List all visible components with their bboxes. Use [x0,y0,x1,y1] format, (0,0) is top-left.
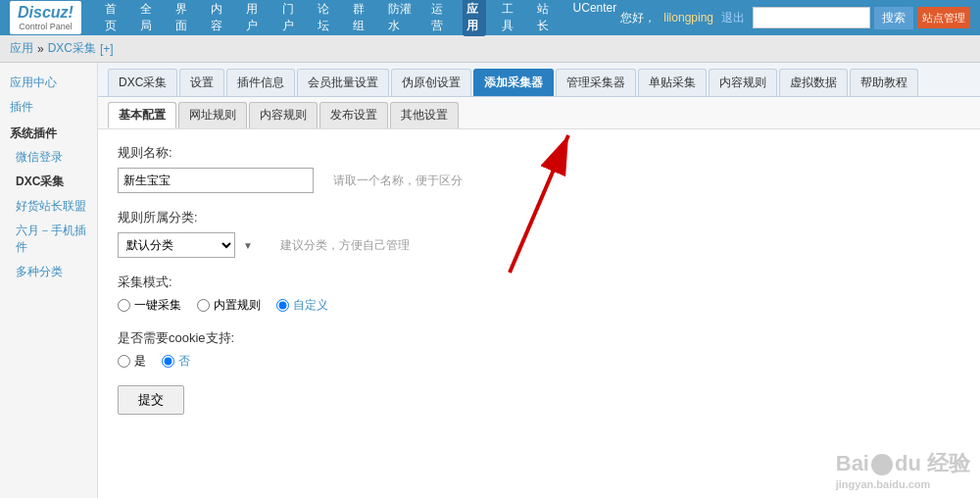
rule-category-label: 规则所属分类: [118,209,960,226]
nav-content[interactable]: 内容 [207,0,230,36]
rule-name-label: 规则名称: [118,144,960,162]
sidebar-label-haohuo: 好货站长联盟 [16,198,86,215]
sidebar-label-wechat: 微信登录 [16,149,63,166]
baidu-logo: Baidu 经验 [836,449,970,478]
sub-tab-basic[interactable]: 基本配置 [108,102,176,128]
site-panel-button[interactable]: 站点管理 [917,7,970,28]
baidu-url: jingyan.baidu.com [836,478,970,490]
cookie-no-label: 否 [178,353,190,370]
sub-tab-content-rules[interactable]: 内容规则 [249,102,318,128]
sub-tab-publish-settings[interactable]: 发布设置 [319,102,388,128]
submit-row: 提交 [118,385,960,415]
nav-antispam[interactable]: 防灌水 [384,0,416,36]
search-button[interactable]: 搜索 [874,7,913,29]
sidebar-item-plugins[interactable]: 插件 [0,95,97,120]
mode-onekey-item: 一键采集 [118,297,181,314]
sub-tab-url-rules[interactable]: 网址规则 [178,102,247,128]
tab-manage-collector[interactable]: 管理采集器 [556,69,636,96]
mode-onekey-label: 一键采集 [134,297,181,314]
nav-portal[interactable]: 门户 [278,0,302,36]
nav-interface[interactable]: 界面 [172,0,195,36]
username: lilongping [663,11,713,25]
nav-ucenter[interactable]: UCenter [569,0,621,36]
rule-name-hint: 请取一个名称，便于区分 [333,173,463,189]
rule-category-row: 规则所属分类: 默认分类 ▼ 建议分类，方便自己管理 [118,209,960,258]
collect-mode-label: 采集模式: [118,274,960,291]
tab-single-collect[interactable]: 单贴采集 [638,69,707,96]
sidebar-item-dxc[interactable]: DXC采集 [0,170,97,194]
main-tabs: DXC采集 设置 插件信息 会员批量设置 伪原创设置 添加采集器 管理采集器 单… [98,63,980,97]
logo: Discuz! Control Panel [10,1,81,34]
mode-builtin-radio[interactable] [197,299,210,312]
sidebar-item-duozhong[interactable]: 多种分类 [0,260,97,284]
mode-custom-label: 自定义 [293,297,328,314]
greeting-text: 您好， [620,10,656,26]
logo-title: Discuz! [18,3,74,22]
tab-settings[interactable]: 设置 [179,69,224,96]
nav-user[interactable]: 用户 [242,0,266,36]
cookie-yes-radio[interactable] [118,355,130,368]
mode-custom-item: 自定义 [276,297,328,314]
sub-tab-other-settings[interactable]: 其他设置 [390,102,459,128]
cookie-group: 是 否 [118,353,960,370]
tab-pseudo-original[interactable]: 伪原创设置 [391,69,471,96]
tab-content-rules[interactable]: 内容规则 [709,69,777,96]
nav-home[interactable]: 首页 [101,0,124,36]
mode-onekey-radio[interactable] [118,299,130,312]
sidebar-label-liuyue: 六月－手机插件 [16,223,87,256]
sub-tabs: 基本配置 网址规则 内容规则 发布设置 其他设置 [98,97,980,129]
cookie-yes-item: 是 [118,353,146,370]
mode-custom-radio[interactable] [276,299,289,312]
cookie-no-radio[interactable] [162,355,174,368]
tab-plugin-info[interactable]: 插件信息 [226,69,295,96]
sidebar-label-plugins: 插件 [10,99,33,116]
tab-member-batch[interactable]: 会员批量设置 [297,69,389,96]
baidu-watermark: Baidu 经验 jingyan.baidu.com [836,449,970,490]
sidebar-item-appcenter[interactable]: 应用中心 [0,71,97,95]
breadcrumb: 应用 » DXC采集 [+] [0,35,980,63]
cookie-label: 是否需要cookie支持: [118,329,960,347]
cookie-no-item: 否 [162,353,190,370]
sidebar-item-liuyue[interactable]: 六月－手机插件 [0,219,97,260]
form-area: 规则名称: 请取一个名称，便于区分 规则所属分类: 默认分类 ▼ 建议分类，方便… [98,129,980,445]
collect-mode-group: 一键采集 内置规则 自定义 [118,297,960,314]
tab-virtual-data[interactable]: 虚拟数据 [779,69,848,96]
nav-tools[interactable]: 工具 [498,0,521,36]
breadcrumb-separator: » [37,42,44,56]
nav-forum[interactable]: 论坛 [314,0,337,36]
sidebar-label-appcenter: 应用中心 [10,75,57,91]
nav-webmaster[interactable]: 站长 [533,0,557,36]
submit-button[interactable]: 提交 [118,385,184,415]
sidebar-item-wechat[interactable]: 微信登录 [0,145,97,170]
nav-apps[interactable]: 应用 [463,0,486,36]
logout-link[interactable]: 退出 [721,10,745,26]
sidebar-label-duozhong: 多种分类 [16,264,63,280]
nav-group[interactable]: 群组 [349,0,372,36]
sidebar: 应用中心 插件 系统插件 微信登录 DXC采集 好货站长联盟 六月－手机插件 多… [0,63,98,498]
content-area: DXC采集 设置 插件信息 会员批量设置 伪原创设置 添加采集器 管理采集器 单… [98,63,980,498]
breadcrumb-action[interactable]: [+] [100,42,114,56]
tab-help[interactable]: 帮助教程 [850,69,918,96]
rule-category-hint: 建议分类，方便自己管理 [280,237,410,254]
sidebar-label-dxc: DXC采集 [16,174,64,190]
tab-dxc[interactable]: DXC采集 [108,69,177,96]
cookie-row: 是否需要cookie支持: 是 否 [118,329,960,370]
sidebar-item-haohuo[interactable]: 好货站长联盟 [0,194,97,219]
rule-name-row: 规则名称: 请取一个名称，便于区分 [118,144,960,193]
search-input[interactable] [753,7,870,28]
rule-name-input[interactable] [118,168,314,193]
sidebar-group-system-plugins: 系统插件 [0,120,97,145]
breadcrumb-apps[interactable]: 应用 [10,40,33,57]
collect-mode-row: 采集模式: 一键采集 内置规则 自定义 [118,274,960,314]
cookie-yes-label: 是 [134,353,146,370]
rule-category-select[interactable]: 默认分类 [118,232,235,258]
mode-builtin-item: 内置规则 [197,297,261,314]
category-dropdown-icon: ▼ [243,240,253,251]
breadcrumb-dxc[interactable]: DXC采集 [48,40,96,57]
tab-add-collector[interactable]: 添加采集器 [473,69,554,96]
mode-builtin-label: 内置规则 [214,297,261,314]
nav-global[interactable]: 全局 [136,0,160,36]
nav-operations[interactable]: 运营 [427,0,451,36]
top-right-area: 您好， lilongping 退出 搜索 站点管理 [620,7,970,29]
top-bar: Discuz! Control Panel 首页 全局 界面 内容 用户 门户 … [0,0,980,35]
